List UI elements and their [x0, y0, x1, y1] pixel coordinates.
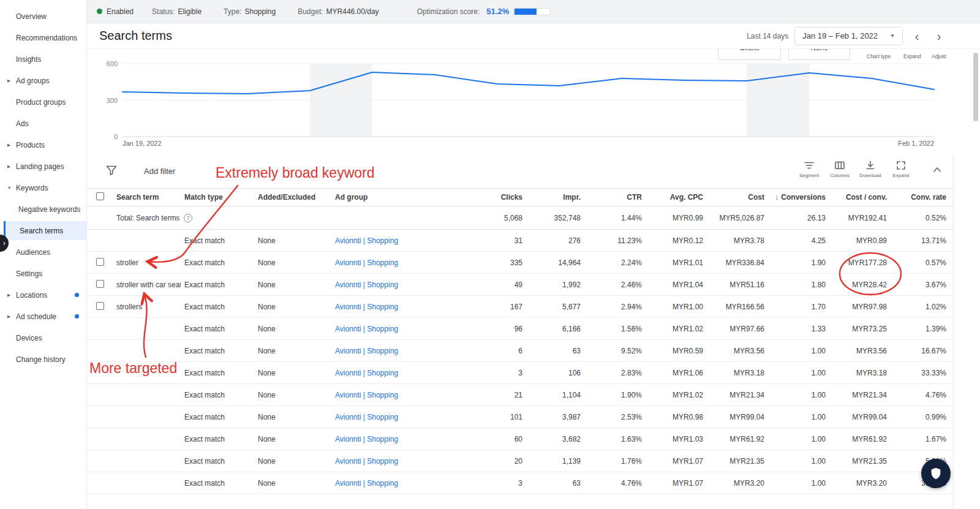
ctr-cell: 2.83% — [588, 369, 649, 377]
column-header-search-term[interactable]: Search term — [113, 193, 181, 202]
total-conversions: 26.13 — [772, 214, 833, 222]
collapse-panel-button[interactable] — [931, 164, 943, 177]
ad-group-link[interactable]: Avionnti | Shopping — [331, 391, 469, 399]
help-icon[interactable]: ? — [184, 214, 192, 222]
date-prev-button[interactable]: ‹ — [909, 28, 925, 45]
ctr-cell: 1.76% — [588, 457, 649, 466]
chart-expand-button[interactable]: Expand — [903, 53, 921, 59]
ad-group-link[interactable]: Avionnti | Shopping — [331, 413, 469, 421]
sidebar-item-recommendations[interactable]: Recommendations — [0, 27, 86, 48]
sidebar-item-locations[interactable]: ▶Locations — [0, 284, 86, 306]
column-header-conversions[interactable]: ↓Conversions — [772, 193, 833, 202]
ad-group-link[interactable]: Avionnti | Shopping — [331, 258, 469, 267]
added-excluded-cell: None — [254, 303, 331, 311]
sidebar-item-keywords[interactable]: ▼Keywords — [0, 177, 86, 198]
chart-comparison-dropdown[interactable]: None — [788, 49, 850, 60]
column-header-clicks[interactable]: Clicks — [469, 193, 530, 202]
sidebar-item-change-history[interactable]: Change history — [0, 349, 86, 370]
chart-type-button[interactable]: Chart type — [867, 53, 891, 59]
column-header-cost-per-conv[interactable]: Cost / conv. — [833, 193, 894, 202]
ad-group-link[interactable]: Avionnti | Shopping — [331, 347, 469, 355]
sidebar-item-audiences[interactable]: Audiences — [0, 241, 86, 263]
cost-per-conv-cell: MYR73.25 — [833, 325, 894, 333]
campaign-enabled-status[interactable]: Enabled — [97, 7, 134, 16]
column-header-impressions[interactable]: Impr. — [530, 193, 588, 202]
ad-group-link[interactable]: Avionnti | Shopping — [331, 479, 469, 488]
column-header-match-type[interactable]: Match type — [181, 193, 254, 202]
cost-per-conv-cell: MYR3.18 — [833, 369, 894, 377]
date-next-button[interactable]: › — [931, 28, 947, 45]
impressions-cell: 14,964 — [530, 258, 588, 267]
optimization-score[interactable]: Optimization score: 51.2% — [417, 7, 551, 16]
sidebar-nav: OverviewRecommendationsInsights▶Ad group… — [0, 0, 87, 509]
chevron-down-icon: ▼ — [890, 33, 895, 39]
column-header-cost[interactable]: Cost — [710, 193, 772, 202]
columns-button[interactable]: Columns — [826, 160, 854, 178]
avg-cpc-cell: MYR0.98 — [649, 413, 710, 421]
row-checkbox[interactable] — [96, 302, 104, 310]
ad-group-link[interactable]: Avionnti | Shopping — [331, 457, 469, 466]
sidebar-item-settings[interactable]: Settings — [0, 263, 86, 284]
download-button[interactable]: Download — [856, 160, 884, 178]
ad-group-link[interactable]: Avionnti | Shopping — [331, 236, 469, 245]
sidebar-item-products[interactable]: ▶Products — [0, 134, 86, 156]
date-range-selector[interactable]: Jan 19 – Feb 1, 2022 ▼ — [794, 27, 903, 45]
sidebar-item-ad-groups[interactable]: ▶Ad groups — [0, 70, 86, 91]
segment-icon — [804, 160, 815, 171]
sidebar-item-devices[interactable]: Devices — [0, 327, 86, 349]
segment-button[interactable]: Segment — [795, 160, 823, 178]
select-all-checkbox[interactable] — [96, 192, 104, 200]
add-filter-button[interactable]: Add filter — [144, 167, 175, 176]
sidebar-item-landing-pages[interactable]: ▶Landing pages — [0, 156, 86, 177]
ad-group-link[interactable]: Avionnti | Shopping — [331, 281, 469, 289]
total-label: Total: Search terms ? — [113, 214, 331, 222]
sidebar-item-label: Audiences — [16, 248, 50, 257]
table-row: Exact matchNoneAvionnti | Shopping603,68… — [87, 428, 953, 450]
ad-group-link[interactable]: Avionnti | Shopping — [331, 369, 469, 377]
impressions-cell: 3,987 — [530, 413, 588, 421]
sort-desc-icon: ↓ — [775, 193, 778, 202]
impressions-cell: 3,682 — [530, 435, 588, 443]
sidebar-item-product-groups[interactable]: Product groups — [0, 91, 86, 113]
column-header-avg-cpc[interactable]: Avg. CPC — [649, 193, 710, 202]
match-type-cell: Exact match — [181, 236, 254, 245]
column-header-ad-group[interactable]: Ad group — [331, 193, 469, 202]
y-tick-label: 600 — [107, 60, 118, 67]
campaign-budget[interactable]: Budget: MYR446.00/day — [298, 7, 379, 16]
row-checkbox[interactable] — [96, 280, 104, 288]
sidebar-item-insights[interactable]: Insights — [0, 48, 86, 70]
scrollbar-thumb[interactable] — [973, 53, 978, 121]
table-row: Exact matchNoneAvionnti | Shopping211,10… — [87, 384, 953, 406]
sidebar-item-label: Devices — [16, 334, 42, 342]
conversions-cell: 1.00 — [772, 435, 833, 443]
row-checkbox[interactable] — [96, 258, 104, 266]
sidebar-item-ad-schedule[interactable]: ▶Ad schedule — [0, 306, 86, 327]
ad-group-link[interactable]: Avionnti | Shopping — [331, 325, 469, 333]
column-header-conv-rate[interactable]: Conv. rate — [894, 193, 954, 202]
column-header-ctr[interactable]: CTR — [588, 193, 649, 202]
chart-adjust-button[interactable]: Adjust — [932, 53, 946, 59]
conversions-cell: 1.00 — [772, 457, 833, 466]
column-header-added-excluded[interactable]: Added/Excluded — [254, 193, 331, 202]
sidebar-item-ads[interactable]: Ads — [0, 113, 86, 134]
clicks-cell: 335 — [469, 258, 530, 267]
conversions-cell: 1.00 — [772, 347, 833, 355]
sidebar-item-negative-keywords[interactable]: Negative keywords — [0, 198, 86, 220]
cost-per-conv-cell: MYR28.42 — [833, 281, 894, 289]
clicks-cell: 101 — [469, 413, 530, 421]
sidebar-item-overview[interactable]: Overview — [0, 6, 86, 27]
extension-fab[interactable] — [921, 459, 951, 488]
notification-dot-icon — [75, 314, 79, 319]
expand-icon — [895, 160, 907, 171]
ad-group-link[interactable]: Avionnti | Shopping — [331, 435, 469, 443]
clicks-cell: 20 — [469, 457, 530, 466]
avg-cpc-cell: MYR1.06 — [649, 369, 710, 377]
filter-button[interactable] — [105, 165, 118, 178]
chart-metric-dropdown[interactable]: Clicks — [718, 49, 781, 60]
impressions-cell: 1,104 — [530, 391, 588, 399]
avg-cpc-cell: MYR1.01 — [649, 258, 710, 267]
ad-group-link[interactable]: Avionnti | Shopping — [331, 303, 469, 311]
sidebar-item-search-terms[interactable]: Search terms — [4, 221, 86, 240]
match-type-cell: Exact match — [181, 479, 254, 488]
expand-table-button[interactable]: Expand — [887, 160, 915, 178]
